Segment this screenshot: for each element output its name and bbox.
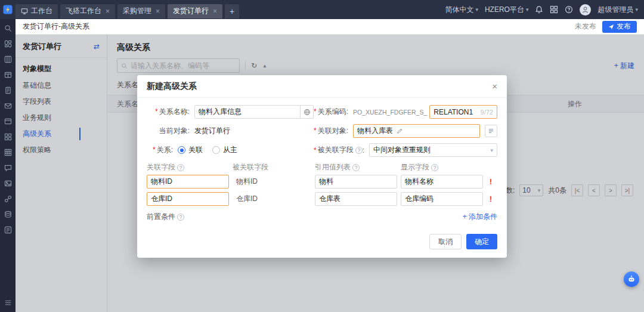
cancel-button[interactable]: 取消	[429, 234, 462, 249]
language-select[interactable]: 简体中文 ▾	[445, 5, 478, 15]
assoc-field-input[interactable]: 仓库ID	[147, 192, 229, 206]
tab-purchase-mgmt[interactable]: 采购管理 ×	[117, 4, 165, 18]
ok-button[interactable]: 确定	[466, 234, 497, 249]
help-circle-icon[interactable]	[565, 5, 573, 14]
current-object-label: 当前对象:	[147, 126, 190, 136]
radio-association[interactable]: 关联	[178, 145, 203, 155]
close-icon[interactable]: ×	[106, 8, 110, 15]
radio-from-master[interactable]: 从主	[212, 145, 237, 155]
help-icon[interactable]: ?	[177, 214, 184, 221]
mail-icon[interactable]	[4, 102, 12, 110]
dashboard-icon[interactable]	[4, 40, 12, 48]
language-label: 简体中文	[445, 5, 473, 15]
tab-feida-workbench[interactable]: 飞搭工作台 ×	[60, 4, 115, 18]
status-badge: 未发布	[575, 21, 596, 32]
required-marker: *	[314, 146, 317, 155]
relation-type-radio-group: 关联 从主	[178, 145, 237, 155]
notification-bell-icon[interactable]	[535, 5, 543, 14]
field-mapping-table: 关联字段? 被关联字段 引用值列表? 显示字段? 物料ID 物料ID 物料 物料…	[147, 162, 497, 206]
apps-icon[interactable]	[4, 133, 12, 141]
display-field-input[interactable]: 物料名称	[401, 175, 483, 189]
document-icon[interactable]	[4, 87, 12, 94]
help-icon[interactable]: ?	[355, 147, 363, 154]
assistant-button[interactable]	[624, 271, 639, 287]
tab-label: 飞搭工作台	[66, 6, 101, 16]
table-row: 物料ID 物料ID 物料 物料名称 !	[147, 175, 497, 189]
relation-code-input[interactable]: RELATION1 9/72	[429, 105, 497, 119]
table-icon[interactable]	[4, 71, 12, 79]
assoc-field-input[interactable]: 物料ID	[147, 175, 229, 189]
required-marker: *	[153, 146, 156, 154]
kanban-icon[interactable]	[4, 55, 12, 63]
precondition-label: 前置条件?	[147, 212, 184, 222]
table-row: 仓库ID 仓库ID 仓库表 仓库编码 !	[147, 192, 497, 206]
globe-icon[interactable]	[300, 106, 313, 118]
column-related-field: 被关联字段	[233, 162, 311, 172]
menu-icon[interactable]	[4, 299, 12, 307]
search-icon[interactable]	[4, 24, 12, 32]
related-object-value: 物料入库表	[357, 126, 393, 136]
robot-icon	[627, 274, 636, 284]
publish-label: 发布	[617, 21, 631, 32]
chat-icon[interactable]	[4, 164, 12, 172]
relation-name-value: 物料入库信息	[199, 107, 300, 117]
display-field-input[interactable]: 仓库编码	[401, 192, 483, 206]
help-icon[interactable]: ?	[431, 164, 438, 171]
relation-name-input[interactable]: 物料入库信息	[194, 105, 314, 119]
close-icon[interactable]: ×	[492, 81, 497, 91]
tab-label: 工作台	[31, 6, 52, 16]
char-counter: 9/72	[481, 109, 493, 116]
send-icon	[608, 24, 614, 30]
topbar: 工作台 飞搭工作台 × 采购管理 × 发货订单行 × + 简体中文 ▾ HZER…	[0, 0, 644, 19]
required-marker: *	[155, 107, 158, 116]
tab-workbench[interactable]: 工作台	[16, 4, 58, 18]
required-marker: *	[314, 107, 317, 116]
list-icon	[488, 128, 494, 134]
radio-dot	[212, 146, 220, 154]
database-icon[interactable]	[4, 211, 12, 218]
add-condition-button[interactable]: + 添加条件	[463, 212, 497, 222]
tab-shipment-order-line[interactable]: 发货订单行 ×	[168, 4, 222, 18]
relation-code-label: *关系编码:	[314, 107, 348, 117]
tab-label: 发货订单行	[173, 6, 209, 16]
pencil-icon[interactable]	[397, 128, 403, 134]
value-list-input[interactable]: 物料	[315, 175, 397, 189]
help-icon[interactable]: ?	[177, 164, 184, 171]
required-marker: *	[314, 126, 317, 135]
monitor-icon	[21, 8, 28, 15]
related-field-text: 物料ID	[233, 177, 311, 187]
error-icon: !	[487, 178, 495, 186]
add-tab-button[interactable]: +	[225, 4, 239, 18]
form-icon[interactable]	[4, 226, 12, 234]
link-icon[interactable]	[4, 195, 12, 203]
close-icon[interactable]: ×	[213, 8, 217, 15]
modal-title: 新建高级关系	[147, 81, 197, 92]
related-field-text: 仓库ID	[233, 194, 311, 204]
value-list-input[interactable]: 仓库表	[315, 192, 397, 206]
help-icon[interactable]: ?	[352, 164, 360, 171]
close-icon[interactable]: ×	[156, 8, 160, 15]
related-object-input[interactable]: 物料入库表	[353, 124, 480, 138]
related-field-label: *被关联字段?:	[314, 145, 364, 155]
icon-rail	[0, 19, 16, 312]
page-bar: 发货订单行-高级关系 未发布 发布	[16, 19, 644, 35]
breadcrumb: 发货订单行-高级关系	[23, 21, 89, 32]
image-icon[interactable]	[4, 180, 12, 187]
apps-grid-icon[interactable]	[550, 5, 558, 14]
relation-code-value: RELATION1	[434, 108, 473, 116]
grid-icon[interactable]	[4, 149, 12, 156]
related-field-select[interactable]: 中间对象查重规则 ▾	[369, 143, 497, 157]
card-icon[interactable]	[4, 118, 12, 125]
publish-button[interactable]: 发布	[602, 21, 637, 33]
avatar[interactable]	[580, 4, 591, 16]
radio-label: 从主	[223, 145, 237, 155]
app-logo[interactable]	[0, 0, 16, 19]
current-object-value: 发货订单行	[194, 126, 230, 136]
column-assoc-field: 关联字段?	[147, 162, 229, 172]
chevron-down-icon: ▾	[475, 7, 478, 13]
new-advanced-relation-modal: 新建高级关系 × *关系名称: 物料入库信息 *关系编码:	[137, 75, 507, 258]
column-display-field: 显示字段?	[401, 162, 483, 172]
user-menu[interactable]: 超级管理员 ▾	[597, 5, 638, 15]
lookup-button[interactable]	[485, 125, 497, 137]
tenant-select[interactable]: HZERO平台 ▾	[485, 5, 529, 15]
